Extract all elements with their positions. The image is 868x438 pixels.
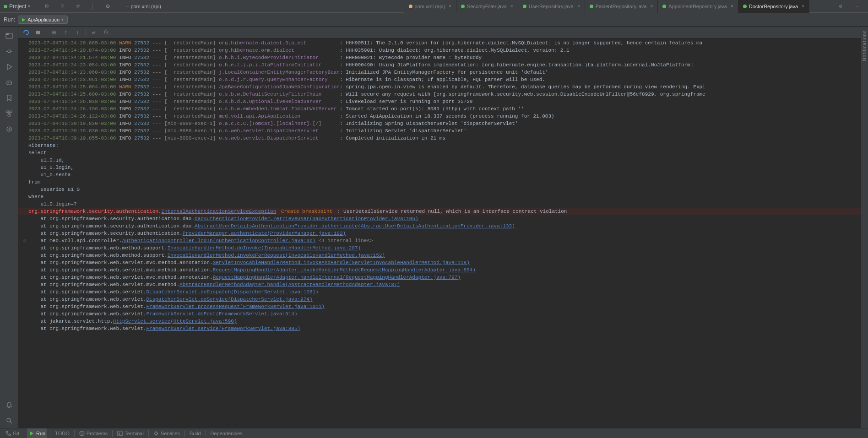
console-softref-icon[interactable]: ⇌	[89, 27, 99, 38]
toolbar-settings-icon[interactable]: ⚙	[100, 0, 115, 14]
console-print-icon[interactable]: ⎙	[101, 27, 111, 38]
project-dropdown-icon: ▾	[28, 4, 30, 9]
stack-link[interactable]: RequestMappingHandlerAdapter.invokeHandl…	[213, 266, 476, 274]
toolbar-list-icon[interactable]: ≡	[55, 0, 70, 14]
separator	[46, 29, 46, 36]
log-output[interactable]: 2023-07-04T10:34:20.865-03:00 WARN 27532…	[18, 38, 861, 428]
log-line: 2023-07-04T10:34:25.600-03:00 INFO 27532…	[18, 91, 861, 98]
sidebar-commit-icon[interactable]	[2, 44, 16, 59]
console-stop-icon[interactable]	[33, 27, 43, 38]
stack-link[interactable]: InvocableHandlerMethod.invokeForRequest(…	[168, 252, 385, 259]
sidebar-debug-icon[interactable]	[2, 75, 16, 90]
tab-security[interactable]: SecurityFilter.java ×	[456, 0, 518, 13]
status-git[interactable]: Git	[4, 428, 21, 438]
sidebar-find-icon[interactable]	[2, 413, 16, 428]
exception-link[interactable]: InternalAuthenticationServiceException	[161, 208, 276, 215]
status-terminal[interactable]: Terminal	[115, 428, 146, 438]
security-tab-icon	[461, 5, 465, 8]
stack-frame: at org.springframework.web.servlet.mvc.m…	[18, 274, 861, 281]
tab-user[interactable]: UserRepository.java ×	[518, 0, 585, 13]
console-rerun-icon[interactable]	[21, 27, 31, 38]
console-scroll-top-icon[interactable]: ↑	[61, 27, 71, 38]
tab-patient-close[interactable]: ×	[650, 4, 653, 9]
log-line: 2023-07-04T10:34:21.574-03:00 INFO 27532…	[18, 54, 861, 61]
status-separator-1	[24, 430, 24, 437]
stack-link[interactable]: AbstractUserDetailsAuthenticationProvide…	[195, 222, 515, 230]
stack-link[interactable]: DispatcherServlet.doService(DispatcherSe…	[146, 296, 312, 303]
tab-doctor[interactable]: DoctorRepository.java ×	[738, 0, 809, 13]
sql-line: u1_0.login,	[18, 164, 861, 171]
stack-link[interactable]: InvocableHandlerMethod.doInvoke(Invocabl…	[168, 244, 361, 252]
status-todo[interactable]: TODO	[53, 428, 71, 438]
sidebar-build-icon[interactable]	[2, 122, 16, 136]
svg-point-22	[6, 431, 8, 433]
window-minimize-icon[interactable]: −	[850, 0, 864, 14]
log-line: 2023-07-04T10:34:25.004-03:00 WARN 27532…	[18, 83, 861, 91]
terminal-icon	[117, 431, 123, 436]
status-run[interactable]: Run	[27, 428, 47, 438]
tab-doctor-label: DoctorRepository.java	[749, 4, 798, 9]
sidebar-notifications-icon[interactable]	[2, 398, 16, 412]
stack-frame: at org.springframework.web.servlet.Dispa…	[18, 288, 861, 296]
stack-link[interactable]: AbstractHandlerMethodAdapter.handle(Abst…	[179, 281, 400, 288]
window-settings-icon[interactable]: ⚙	[833, 0, 848, 14]
sql-line: u1_0.login=?	[18, 200, 861, 208]
tab-appoinment-close[interactable]: ×	[731, 4, 733, 9]
stack-frame: at org.springframework.web.method.suppor…	[18, 244, 861, 252]
sidebar-bookmarks-icon[interactable]	[2, 91, 16, 105]
stack-link[interactable]: ProviderManager.authenticate(ProviderMan…	[183, 230, 346, 237]
tab-pom-close[interactable]: ×	[449, 4, 451, 9]
log-line: 2023-07-04T10:34:26.122-03:00 INFO 27532…	[18, 113, 861, 120]
stack-link[interactable]: HttpServlet.service(HttpServlet.java:590…	[113, 318, 237, 325]
stack-link[interactable]: DaoAuthenticationProvider.retrieveUser(D…	[195, 215, 418, 222]
console-scroll-bottom-icon[interactable]: ↓	[73, 27, 83, 38]
left-sidebar	[0, 27, 18, 428]
exception-line: org.springframework.security.authenticat…	[18, 208, 861, 215]
tab-pom[interactable]: pom.xml (api) ×	[404, 0, 456, 13]
status-problems[interactable]: Problems	[77, 428, 109, 438]
terminal-label: Terminal	[125, 431, 144, 436]
status-services[interactable]: Services	[152, 428, 182, 438]
stack-frame: at jakarta.servlet.http.HttpServlet.serv…	[18, 318, 861, 325]
user-tab-icon	[523, 5, 526, 8]
toolbar-collapse-icon[interactable]: ⇄	[71, 0, 85, 14]
project-menu[interactable]: ◼ Project ▾	[4, 3, 30, 10]
status-build[interactable]: Build	[188, 428, 202, 438]
tab-appoinment[interactable]: AppoimentRepository.java ×	[658, 0, 738, 13]
stack-link[interactable]: FrameworkServlet.service(FrameworkServle…	[146, 325, 300, 332]
log-line: 2023-07-04T10:39:19.855-03:00 INFO 27532…	[18, 135, 861, 142]
sidebar-structure-icon[interactable]	[2, 106, 16, 121]
tab-patient-label: PacientRepository.java	[596, 4, 647, 9]
tab-security-close[interactable]: ×	[510, 4, 513, 9]
run-config-chevron: ▾	[61, 17, 64, 22]
stack-frame: ⊟ at med.voll.api.controller.Authenticat…	[18, 237, 861, 244]
stack-link[interactable]: RequestMappingHandlerAdapter.handleInter…	[213, 274, 461, 281]
status-dependencies[interactable]: Dependencies	[209, 428, 244, 438]
svg-marker-5	[7, 64, 12, 70]
tab-patient[interactable]: PacientRepository.java ×	[585, 0, 658, 13]
status-bar: Git Run TODO Problems Terminal Services …	[0, 428, 868, 438]
tab-user-close[interactable]: ×	[577, 4, 580, 9]
status-separator-3	[74, 430, 75, 437]
stack-link[interactable]: DispatcherServlet.doDispatch(DispatcherS…	[146, 288, 318, 296]
log-line: Hibernate:	[18, 142, 861, 149]
doctor-tab-icon	[743, 5, 747, 8]
toolbar-structure-icon[interactable]: ⊞	[39, 0, 54, 14]
svg-rect-11	[8, 114, 11, 116]
stack-link[interactable]: FrameworkServlet.processRequest(Framewor…	[146, 303, 324, 310]
run-config[interactable]: ▶ ApiApplication ▾	[18, 16, 68, 24]
sidebar-project-icon[interactable]	[2, 28, 16, 43]
log-line: 2023-07-04T10:34:20.865-03:00 WARN 27532…	[18, 39, 861, 47]
create-breakpoint-btn[interactable]: Create breakpoint	[278, 208, 332, 215]
sql-line: u1_0.id,	[18, 157, 861, 164]
status-separator-6	[184, 430, 185, 437]
menu-bar: ◼ Project ▾ ⊞ ≡ ⇄ ⚙ — pom.xml (api) pom.…	[0, 0, 868, 13]
console-clear-icon[interactable]	[49, 27, 59, 38]
run-config-name: ApiApplication	[27, 17, 60, 22]
stack-link[interactable]: FrameworkServlet.doPost(FrameworkServlet…	[146, 310, 297, 318]
stack-link[interactable]: ServletInvocableHandlerMethod.invokeAndH…	[213, 259, 470, 266]
sidebar-run-icon[interactable]	[2, 59, 16, 74]
stack-link[interactable]: AuthenticationController.logIn(Authentic…	[122, 237, 315, 244]
problems-label: Problems	[87, 431, 108, 436]
tab-doctor-close[interactable]: ×	[802, 4, 804, 9]
